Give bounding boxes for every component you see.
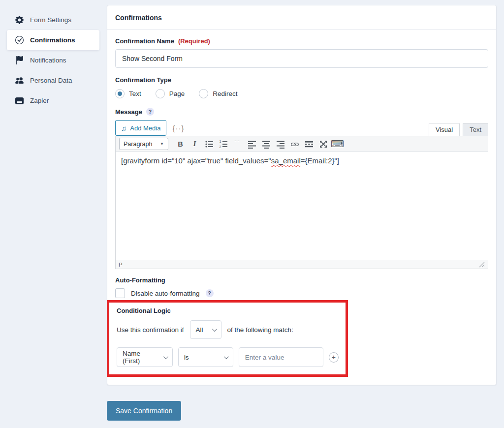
- bold-icon: B: [178, 140, 183, 148]
- main-column: Confirmations Confirmation Name (Require…: [107, 5, 497, 421]
- message-label-text: Message: [115, 108, 142, 116]
- merge-tag-icon[interactable]: {··}: [172, 124, 184, 132]
- blockquote-button[interactable]: “: [231, 138, 244, 151]
- sidebar-item-confirmations[interactable]: Confirmations: [7, 30, 99, 50]
- link-button[interactable]: [288, 138, 301, 151]
- confirmation-type-options: Text Page Redirect: [115, 89, 488, 98]
- resize-handle-icon[interactable]: [479, 262, 485, 268]
- editor-statusbar: P: [116, 260, 488, 269]
- shortcode-text: [gravityform id="10" ajax="true" field_v…: [121, 156, 271, 165]
- radio-option-page[interactable]: Page: [156, 89, 185, 98]
- editor-mode-tabs: Visual Text: [429, 122, 488, 136]
- confirmation-name-input[interactable]: [115, 49, 488, 68]
- zapier-icon: [15, 96, 24, 105]
- disable-auto-formatting-checkbox[interactable]: [115, 288, 125, 298]
- svg-text:1: 1: [219, 140, 221, 143]
- keyboard-icon: ⌨: [331, 139, 344, 149]
- sidebar-item-label: Form Settings: [30, 16, 71, 24]
- add-media-button[interactable]: ♫ Add Media: [115, 120, 166, 136]
- gear-icon: [15, 16, 24, 25]
- fullscreen-icon: [319, 140, 328, 149]
- chevron-down-icon: ▼: [160, 142, 164, 146]
- message-label: Message ?: [115, 108, 488, 116]
- shortcode-text: ={Email:2}"]: [301, 156, 339, 165]
- editor-toolbar: Paragraph ▼ B I 12 “: [116, 136, 488, 152]
- panel-title: Confirmations: [107, 5, 496, 30]
- editor-media-row: ♫ Add Media {··} Visual Text: [115, 120, 488, 136]
- radio-selected-icon: [115, 89, 125, 98]
- confirmations-panel: Confirmations Confirmation Name (Require…: [107, 5, 497, 385]
- numbered-list-button[interactable]: 12: [217, 138, 230, 151]
- conditional-logic-rule-row: Name (First) is +: [117, 347, 339, 367]
- radio-label: Page: [169, 90, 185, 97]
- confirmation-type-label: Confirmation Type: [115, 76, 488, 84]
- auto-formatting-label: Auto-Formatting: [115, 276, 488, 284]
- conditional-logic-sentence: Use this confirmation if All of the foll…: [117, 320, 339, 339]
- checkbox-label: Disable auto-formatting: [131, 290, 200, 297]
- rule-field-select[interactable]: Name (First): [117, 347, 173, 367]
- sidebar-item-form-settings[interactable]: Form Settings: [7, 10, 99, 30]
- add-rule-icon: +: [332, 354, 336, 361]
- add-rule-button[interactable]: +: [329, 352, 339, 363]
- editor-content[interactable]: [gravityform id="10" ajax="true" field_v…: [116, 152, 488, 260]
- align-center-button[interactable]: [259, 138, 273, 151]
- italic-icon: I: [193, 140, 196, 148]
- flag-icon: [15, 56, 24, 65]
- match-type-select[interactable]: All: [190, 320, 221, 339]
- radio-option-text[interactable]: Text: [115, 89, 141, 98]
- message-editor: Paragraph ▼ B I 12 “: [115, 136, 488, 269]
- sentence-suffix: of the following match:: [227, 326, 293, 334]
- sidebar-item-label: Confirmations: [30, 36, 75, 44]
- shortcode-misspelled-text: sa_email: [271, 156, 301, 165]
- read-more-icon: [305, 140, 314, 149]
- align-right-button[interactable]: [274, 138, 287, 151]
- paragraph-select[interactable]: Paragraph ▼: [119, 138, 168, 150]
- align-center-icon: [262, 140, 271, 149]
- help-icon[interactable]: ?: [146, 108, 154, 116]
- radio-option-redirect[interactable]: Redirect: [199, 89, 237, 98]
- rule-field-value: Name (First): [123, 350, 159, 365]
- sentence-prefix: Use this confirmation if: [117, 326, 184, 334]
- align-left-button[interactable]: [245, 138, 258, 151]
- radio-label: Redirect: [213, 90, 237, 97]
- auto-formatting-row: Disable auto-formatting ?: [115, 288, 488, 298]
- editor-element-path: P: [119, 262, 123, 268]
- link-icon: [290, 140, 299, 149]
- radio-icon: [156, 89, 165, 98]
- keyboard-shortcuts-button[interactable]: ⌨: [331, 138, 344, 151]
- svg-text:2: 2: [219, 145, 221, 148]
- align-left-icon: [248, 140, 256, 149]
- save-confirmation-button[interactable]: Save Confirmation: [107, 401, 181, 421]
- check-circle-icon: [15, 36, 24, 45]
- match-type-value: All: [196, 326, 203, 334]
- help-icon[interactable]: ?: [206, 289, 214, 297]
- sidebar-item-zapier[interactable]: Zapier: [7, 91, 99, 111]
- numbered-list-icon: 12: [219, 140, 228, 149]
- sidebar-item-label: Personal Data: [30, 77, 72, 84]
- align-right-icon: [276, 140, 285, 149]
- tab-text[interactable]: Text: [463, 123, 488, 136]
- bold-button[interactable]: B: [174, 138, 187, 151]
- confirmation-name-label-text: Confirmation Name: [115, 37, 174, 45]
- chevron-down-icon: [212, 327, 217, 332]
- fullscreen-button[interactable]: [316, 138, 330, 151]
- add-media-label: Add Media: [130, 124, 160, 132]
- rule-value-input[interactable]: [239, 347, 323, 367]
- required-note: (Required): [178, 37, 210, 45]
- bulleted-list-icon: [205, 140, 214, 149]
- media-icon: ♫: [121, 124, 126, 132]
- sidebar-item-personal-data[interactable]: Personal Data: [7, 70, 99, 91]
- users-icon: [15, 76, 24, 85]
- read-more-button[interactable]: [302, 138, 315, 151]
- sidebar-item-label: Notifications: [30, 57, 66, 64]
- sidebar-item-label: Zapier: [30, 97, 49, 104]
- bulleted-list-button[interactable]: [202, 138, 216, 151]
- rule-operator-value: is: [184, 354, 189, 361]
- settings-sidebar: Form Settings Confirmations Notification…: [7, 10, 99, 111]
- italic-button[interactable]: I: [188, 138, 201, 151]
- radio-label: Text: [129, 90, 141, 97]
- sidebar-item-notifications[interactable]: Notifications: [7, 50, 99, 70]
- tab-visual[interactable]: Visual: [429, 123, 460, 136]
- paragraph-select-value: Paragraph: [124, 141, 152, 148]
- rule-operator-select[interactable]: is: [178, 347, 233, 367]
